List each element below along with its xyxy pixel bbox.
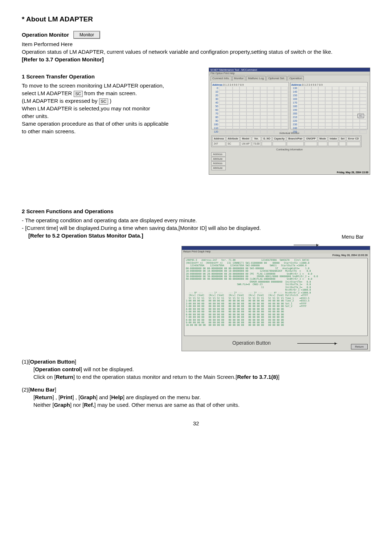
op-status-description: Operation status of LM ADAPTER, current … <box>22 48 370 56</box>
sc-badge: SC <box>74 91 83 97</box>
step2-line2: - [Current time] will be displayed.Durin… <box>22 224 370 232</box>
item1-line1: [Operation control] will not be displaye… <box>22 365 370 373</box>
tab-operation[interactable]: Operation <box>287 76 304 80</box>
step1-line3: When LM ADAPTER is selected,you may not … <box>22 105 206 112</box>
operation-button-label: Operation Button <box>232 340 271 347</box>
contracting-label: Contracting Information <box>209 148 370 151</box>
address-grid-right: Address 0 1 2 3 4 5 6 7 8 9 130140150160… <box>290 82 368 129</box>
step1-line5: Same operation procedure as that of othe… <box>22 120 206 127</box>
operation-status-screenshot: Return Print Graph Help Friday, May 28, … <box>181 246 370 351</box>
tab-optional-set[interactable]: Optional Set. <box>266 76 287 80</box>
sc-badge-grid[interactable]: SC <box>358 114 364 118</box>
operation-monitor-label: Operation Monitor <box>22 31 69 39</box>
tab-monitor[interactable]: Monitor <box>232 76 246 80</box>
step2-refer: [Refer to 5.2 Operation Status Monitor D… <box>28 232 143 239</box>
step2-title: 2 Screen Functions and Operations <box>22 207 370 215</box>
tab-connect-info[interactable]: Connect Info. <box>211 76 232 80</box>
main-screen-screenshot: M-NET Maintenance Tool - MCCommand File … <box>209 68 370 175</box>
address-grid-left: Address 0 1 2 3 4 5 6 7 8 9 010203040506… <box>211 82 289 129</box>
shot1-menubar: File Option Print Help <box>209 72 370 75</box>
step1-line1a: To move to the screen monitoring LM ADAP… <box>22 82 206 89</box>
page-title: * About LM ADAPTER <box>22 15 370 24</box>
item2-title: (2)[Menu Bar] <box>22 386 370 393</box>
shot1-tabs: Connect Info. Monitor Malfunc Log Option… <box>209 75 370 80</box>
return-button[interactable]: Return <box>351 344 368 349</box>
item2-line1: [Return] , [Print] , [Graph] and [Help] … <box>22 393 370 401</box>
bottom-list: AddressAttributeAddressAttribute <box>211 152 368 170</box>
step2-line1: - The operating condition and operating … <box>22 216 370 224</box>
shot2-menubar[interactable]: Return Print Graph Help <box>182 250 370 254</box>
item1-title: (1)[Operation Button] <box>22 358 370 365</box>
step1-line6: to other main screens. <box>22 127 206 135</box>
monitor-button[interactable]: Monitor <box>73 31 100 39</box>
item-performed-text: Item Performed Here <box>22 40 370 48</box>
shot2-date: Friday, May 28, 2004 13:03:28 <box>182 254 370 257</box>
item1-line2: Click on [Return] to end the operation s… <box>22 373 370 381</box>
shot1-titlebar: M-NET Maintenance Tool - MCCommand <box>209 68 370 72</box>
op-arrow-icon <box>297 343 337 344</box>
step1-line1b: select LM ADAPTER SC from the main scree… <box>22 89 206 97</box>
step1-line4: other units. <box>22 112 206 120</box>
individual-monitor-table: AddressAttributeModelVer.G_NOCapacityBra… <box>211 135 362 147</box>
page-number: 32 <box>22 420 370 427</box>
menu-bar-label: Menu Bar <box>342 234 364 241</box>
shot2-titlebar <box>182 246 370 250</box>
step1-title: 1 Screen Transfer Operation <box>22 73 206 80</box>
menu-arrow-icon <box>294 245 319 245</box>
shot2-data-area: LMAP05-E Address:247 Ver. 73.00 12345678… <box>184 258 368 336</box>
shot1-footer-date: Friday, May 28, 2004 13:00 <box>337 171 368 174</box>
refer-37: [Refer to 3.7 Operation Monitor] <box>22 56 370 63</box>
tab-malfunc-log[interactable]: Malfunc Log <box>246 76 266 80</box>
sc-badge-2: SC <box>99 98 108 105</box>
item2-line2: Neither [Graph] nor [Ref.] may be used. … <box>22 401 370 409</box>
step1-line2: (LM ADAPTER is expressed by SC ) <box>22 97 206 105</box>
